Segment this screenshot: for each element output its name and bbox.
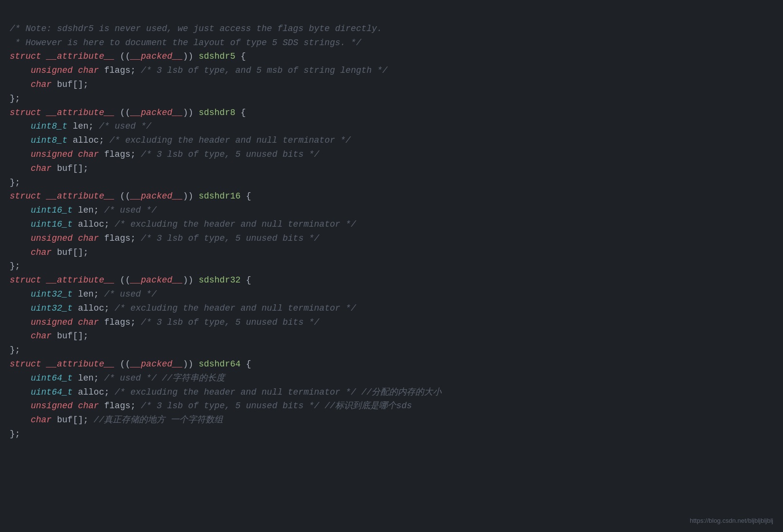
struct-block-sdshdr5: struct __attribute__ ((__packed__)) sdsh…	[10, 50, 773, 105]
code-body: struct __attribute__ ((__packed__)) sdsh…	[10, 50, 773, 441]
struct-block-sdshdr16: struct __attribute__ ((__packed__)) sdsh…	[10, 189, 773, 273]
code-container: /* Note: sdshdr5 is never used, we just …	[10, 8, 773, 50]
watermark: https://blog.csdn.net/bljbljbljblj	[690, 516, 773, 526]
comment-line2: * However is here to document the layout…	[10, 38, 361, 48]
struct-block-sdshdr8: struct __attribute__ ((__packed__)) sdsh…	[10, 106, 773, 190]
comment-line1: /* Note: sdshdr5 is never used, we just …	[10, 24, 382, 33]
struct-block-sdshdr32: struct __attribute__ ((__packed__)) sdsh…	[10, 273, 773, 357]
struct-block-sdshdr64: struct __attribute__ ((__packed__)) sdsh…	[10, 357, 773, 441]
